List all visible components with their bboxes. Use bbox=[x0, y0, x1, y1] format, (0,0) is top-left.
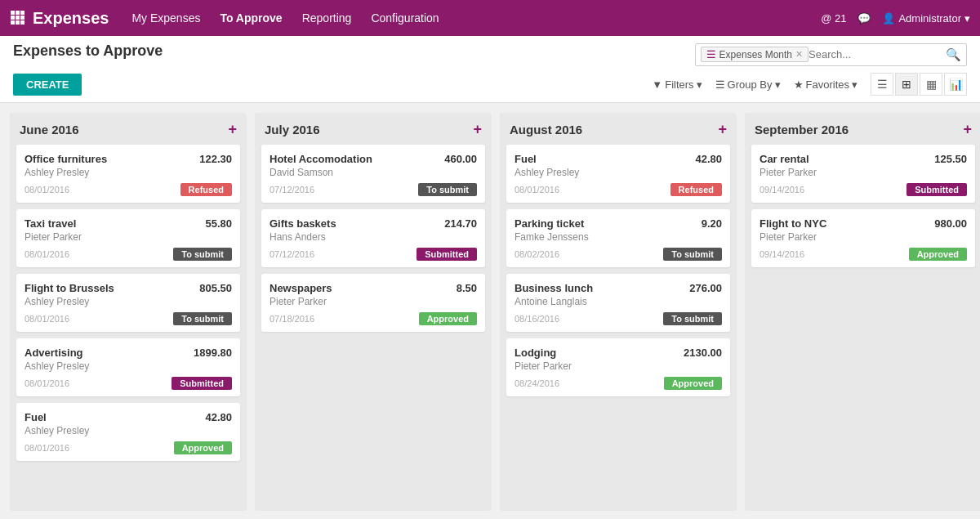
card-person: David Samson bbox=[270, 167, 477, 178]
status-badge: Refused bbox=[180, 183, 232, 196]
nav-configuration[interactable]: Configuration bbox=[371, 11, 439, 25]
table-row[interactable]: Gifts baskets214.70Hans Anders07/12/2016… bbox=[261, 209, 485, 267]
card-title: Newspapers bbox=[270, 282, 332, 294]
card-title: Lodging bbox=[514, 347, 556, 359]
card-title: Office furnitures bbox=[24, 153, 107, 165]
grid-view-btn[interactable]: ▦ bbox=[920, 73, 942, 96]
card-date: 08/01/2016 bbox=[24, 378, 69, 388]
user-menu[interactable]: 👤 Administrator ▾ bbox=[882, 12, 970, 25]
col-add-btn-june2016[interactable]: + bbox=[228, 121, 237, 138]
table-row[interactable]: Parking ticket9.20Famke Jenssens08/02/20… bbox=[506, 209, 730, 267]
table-row[interactable]: Fuel42.80Ashley Presley08/01/2016Approve… bbox=[16, 403, 240, 461]
card-date: 07/12/2016 bbox=[270, 185, 314, 195]
card-title: Advertising bbox=[24, 347, 83, 359]
table-row[interactable]: Lodging2130.00Pieter Parker08/24/2016App… bbox=[506, 338, 730, 396]
chart-view-btn[interactable]: 📊 bbox=[944, 73, 967, 96]
nav-my-expenses[interactable]: My Expenses bbox=[131, 11, 200, 25]
card-title: Hotel Accomodation bbox=[270, 153, 372, 165]
card-date: 08/01/2016 bbox=[24, 314, 69, 324]
chat-icon[interactable]: 💬 bbox=[858, 12, 871, 25]
col-title-june2016: June 2016 bbox=[20, 123, 79, 136]
table-row[interactable]: Car rental125.50Pieter Parker09/14/2016S… bbox=[751, 145, 975, 203]
card-amount: 9.20 bbox=[702, 217, 722, 230]
svg-rect-2 bbox=[20, 11, 24, 15]
card-title: Business lunch bbox=[514, 282, 593, 294]
card-date: 08/16/2016 bbox=[514, 314, 559, 324]
card-amount: 460.00 bbox=[444, 153, 477, 165]
table-row[interactable]: Newspapers8.50Pieter Parker07/18/2016App… bbox=[261, 274, 485, 332]
search-tag-close[interactable]: ✕ bbox=[795, 49, 803, 60]
col-cards-june2016: Office furnitures122.30Ashley Presley08/… bbox=[10, 145, 247, 511]
nav-reporting[interactable]: Reporting bbox=[302, 11, 352, 25]
card-date: 08/01/2016 bbox=[24, 185, 69, 195]
filters-btn[interactable]: ▼ Filters ▾ bbox=[652, 78, 702, 91]
card-amount: 214.70 bbox=[444, 217, 477, 230]
card-person: Ashley Presley bbox=[24, 167, 232, 178]
col-title-august2016: August 2016 bbox=[510, 123, 582, 136]
card-date: 08/24/2016 bbox=[514, 378, 559, 388]
card-title: Taxi travel bbox=[24, 217, 76, 230]
card-date: 07/18/2016 bbox=[270, 314, 314, 324]
card-date: 08/01/2016 bbox=[24, 249, 69, 259]
status-badge: To submit bbox=[663, 248, 722, 261]
filter-chevron: ▾ bbox=[697, 78, 702, 91]
svg-rect-4 bbox=[16, 16, 20, 20]
card-title: Fuel bbox=[24, 411, 47, 423]
search-input[interactable] bbox=[808, 48, 946, 60]
notification-badge[interactable]: @ 21 bbox=[821, 12, 846, 25]
card-amount: 122.30 bbox=[199, 153, 232, 165]
card-date: 07/12/2016 bbox=[270, 249, 314, 259]
svg-rect-0 bbox=[11, 11, 15, 15]
favorites-btn[interactable]: ★ Favorites ▾ bbox=[794, 78, 858, 91]
groupby-chevron: ▾ bbox=[775, 78, 781, 91]
kanban-view-btn[interactable]: ⊞ bbox=[895, 73, 918, 96]
table-row[interactable]: Office furnitures122.30Ashley Presley08/… bbox=[16, 145, 240, 203]
groupby-icon: ☰ bbox=[715, 78, 725, 91]
search-tag-label: Expenses Month bbox=[719, 49, 792, 60]
status-badge: To submit bbox=[418, 183, 477, 196]
status-badge: To submit bbox=[173, 312, 232, 325]
table-row[interactable]: Flight to NYC980.00Pieter Parker09/14/20… bbox=[751, 209, 975, 267]
card-person: Hans Anders bbox=[270, 231, 477, 243]
table-row[interactable]: Hotel Accomodation460.00David Samson07/1… bbox=[261, 145, 485, 203]
subheader: Expenses to Approve ☰ Expenses Month ✕ 🔍… bbox=[0, 36, 980, 103]
card-date: 08/02/2016 bbox=[514, 249, 559, 259]
table-row[interactable]: Taxi travel55.80Pieter Parker08/01/2016T… bbox=[16, 209, 240, 267]
table-row[interactable]: Fuel42.80Ashley Presley08/01/2016Refused bbox=[506, 145, 730, 203]
svg-rect-1 bbox=[16, 11, 20, 15]
table-row[interactable]: Advertising1899.80Ashley Presley08/01/20… bbox=[16, 338, 240, 396]
card-amount: 42.80 bbox=[695, 153, 722, 165]
kanban-board: June 2016+Office furnitures122.30Ashley … bbox=[0, 103, 980, 519]
card-person: Famke Jenssens bbox=[514, 231, 722, 243]
table-row[interactable]: Flight to Brussels805.50Ashley Presley08… bbox=[16, 274, 240, 332]
table-row[interactable]: Business lunch276.00Antoine Langlais08/1… bbox=[506, 274, 730, 332]
status-badge: Approved bbox=[909, 248, 967, 261]
col-title-july2016: July 2016 bbox=[265, 123, 320, 136]
filter-icon: ▼ bbox=[652, 78, 662, 91]
page-title: Expenses to Approve bbox=[13, 43, 163, 66]
card-person: Pieter Parker bbox=[514, 360, 722, 372]
favorites-chevron: ▾ bbox=[852, 78, 858, 91]
col-add-btn-september2016[interactable]: + bbox=[963, 121, 972, 138]
col-add-btn-july2016[interactable]: + bbox=[473, 121, 482, 138]
card-person: Antoine Langlais bbox=[514, 296, 722, 307]
card-amount: 42.80 bbox=[205, 411, 232, 423]
col-cards-september2016: Car rental125.50Pieter Parker09/14/2016S… bbox=[745, 145, 980, 511]
search-icon[interactable]: 🔍 bbox=[946, 47, 961, 62]
list-view-btn[interactable]: ☰ bbox=[871, 73, 893, 96]
kanban-col-september2016: September 2016+Car rental125.50Pieter Pa… bbox=[745, 113, 980, 511]
card-person: Ashley Presley bbox=[24, 425, 232, 436]
card-person: Pieter Parker bbox=[24, 231, 232, 243]
svg-rect-7 bbox=[16, 20, 20, 25]
search-bar: ☰ Expenses Month ✕ 🔍 bbox=[695, 43, 967, 66]
kanban-col-july2016: July 2016+Hotel Accomodation460.00David … bbox=[255, 113, 492, 511]
col-cards-august2016: Fuel42.80Ashley Presley08/01/2016Refused… bbox=[500, 145, 737, 511]
col-add-btn-august2016[interactable]: + bbox=[718, 121, 727, 138]
groupby-btn[interactable]: ☰ Group By ▾ bbox=[715, 78, 781, 91]
card-date: 08/01/2016 bbox=[24, 443, 69, 453]
create-button[interactable]: CREATE bbox=[13, 74, 82, 96]
filter-bar: ▼ Filters ▾ ☰ Group By ▾ ★ Favorites ▾ bbox=[652, 78, 858, 91]
grid-icon[interactable] bbox=[10, 10, 24, 27]
nav-to-approve[interactable]: To Approve bbox=[220, 11, 282, 25]
svg-rect-6 bbox=[11, 20, 15, 25]
